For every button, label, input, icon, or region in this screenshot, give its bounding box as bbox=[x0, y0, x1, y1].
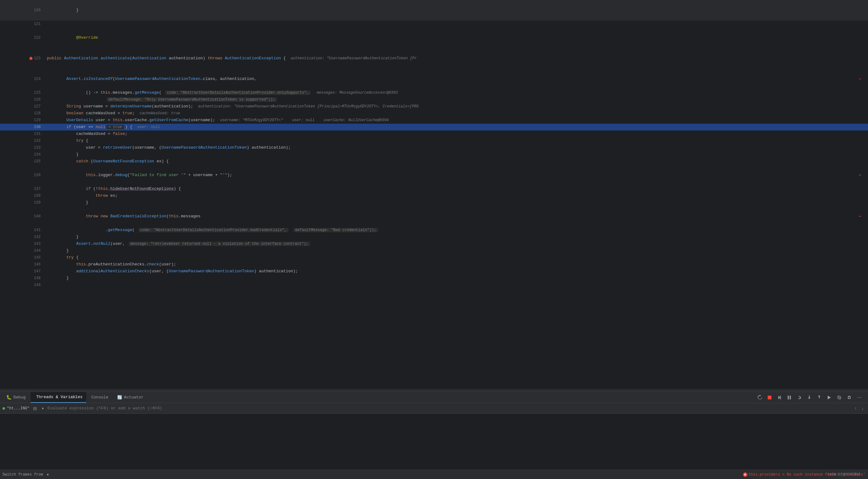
step-out-button[interactable] bbox=[815, 394, 823, 401]
table-row: 145 try { bbox=[0, 254, 868, 261]
line-number: 143 bbox=[0, 241, 44, 247]
code-editor[interactable]: 120 } 121 122 bbox=[0, 0, 868, 389]
table-row: 123 public Authentication authenticate(A… bbox=[0, 48, 868, 69]
tab-threads-variables[interactable]: Threads & Variables bbox=[31, 392, 86, 403]
line-number: 137 bbox=[0, 186, 44, 192]
pause-button[interactable] bbox=[785, 394, 793, 401]
tab-console[interactable]: Console bbox=[88, 392, 112, 403]
resume-button[interactable] bbox=[776, 394, 783, 401]
line-code: if (user == null= true) { user: null bbox=[44, 124, 421, 130]
table-row: 147 additionalAuthenticationChecks(user,… bbox=[0, 268, 868, 275]
line-number: 130 bbox=[0, 124, 44, 130]
dropdown-button[interactable]: ▾ bbox=[41, 405, 45, 412]
line-code: } bbox=[44, 151, 421, 158]
table-row: 144 } bbox=[0, 247, 868, 254]
table-row: 139 } bbox=[0, 199, 868, 206]
line-code: throw ex; bbox=[44, 192, 421, 199]
line-number: 134 bbox=[0, 151, 44, 158]
line-number: 125 bbox=[0, 89, 44, 96]
eval-actions: ↑ ↓ bbox=[853, 405, 866, 411]
line-code: } bbox=[44, 199, 421, 206]
switch-frames-label: Switch frames from bbox=[2, 473, 43, 477]
actuator-icon: 🔄 bbox=[117, 395, 122, 400]
line-number: 131 bbox=[0, 130, 44, 137]
line-code: Assert.notNull(user, message: "retrieveU… bbox=[44, 241, 421, 247]
debug-panel: 🐛 Debug Threads & Variables Console 🔄 Ac… bbox=[0, 391, 868, 479]
tab-debug[interactable]: 🐛 Debug bbox=[2, 392, 29, 403]
table-row: 130 if (user == null= true) { user: null bbox=[0, 124, 868, 130]
code-table: 120 } 121 122 bbox=[0, 0, 868, 289]
table-row: 131 cacheWasUsed = false; bbox=[0, 130, 868, 137]
editor-area: Reader Mode ✓ 120 } 121 bbox=[0, 0, 868, 391]
debug-content bbox=[0, 414, 868, 470]
table-row: 124 Assert.isInstanceOf(UsernamePassword… bbox=[0, 69, 868, 89]
table-row: 127 String username = determineUsername(… bbox=[0, 103, 868, 110]
debug-toolbar: ⋯ bbox=[754, 393, 866, 402]
line-code: } bbox=[44, 247, 421, 254]
breakpoint-indicator bbox=[29, 57, 32, 60]
settings-button[interactable] bbox=[845, 394, 853, 401]
evaluate-expression-input[interactable] bbox=[48, 406, 850, 411]
line-number: 146 bbox=[0, 261, 44, 268]
debug-icon: 🐛 bbox=[6, 395, 11, 400]
filter-button[interactable]: ⊟ bbox=[32, 405, 38, 412]
line-number: 139 bbox=[0, 199, 44, 206]
line-code: try { bbox=[44, 254, 421, 261]
line-number: 145 bbox=[0, 254, 44, 261]
frame-bar: Switch frames from ▾ ⊗ this.providers = … bbox=[0, 470, 868, 479]
line-number: 132 bbox=[0, 137, 44, 144]
line-number: 147 bbox=[0, 268, 44, 275]
line-code: boolean cacheWasUsed = true; cacheWasUse… bbox=[44, 110, 421, 117]
error-icon: ⊗ bbox=[743, 473, 747, 477]
debug-tabs-bar: 🐛 Debug Threads & Variables Console 🔄 Ac… bbox=[0, 392, 868, 403]
line-number: 148 bbox=[0, 275, 44, 282]
svg-rect-2 bbox=[780, 395, 781, 400]
line-code: if (!this.hideUserNotFoundExceptions) { bbox=[44, 186, 421, 192]
line-code: } bbox=[44, 275, 421, 282]
line-code: defaultMessage: "Only UsernamePasswordAu… bbox=[44, 96, 421, 103]
session-label: "ht...ING" bbox=[7, 406, 29, 411]
line-code: this.logger.debug("Failed to find user '… bbox=[44, 165, 421, 186]
table-row: 143 Assert.notNull(user, message: "retri… bbox=[0, 241, 868, 247]
line-number: 133 bbox=[0, 144, 44, 151]
table-row: 136 this.logger.debug("Failed to find us… bbox=[0, 165, 868, 186]
line-code bbox=[44, 21, 421, 28]
line-code: UserDetails user = this.userCache.getUse… bbox=[44, 117, 421, 124]
line-code: () -> this.messages.getMessage( code: "A… bbox=[44, 89, 421, 96]
line-code: throw new BadCredentialsException(this.m… bbox=[44, 206, 421, 227]
table-row: 146 this.preAuthenticationChecks.check(u… bbox=[0, 261, 868, 268]
line-number: 120 bbox=[0, 0, 44, 21]
line-number: 141 bbox=[0, 227, 44, 233]
table-row: 140 throw new BadCredentialsException(th… bbox=[0, 206, 868, 227]
eval-bar: "ht...ING" ⊟ ▾ ↑ ↓ bbox=[0, 403, 868, 414]
run-to-cursor-button[interactable] bbox=[826, 394, 833, 401]
line-code: public Authentication authenticate(Authe… bbox=[44, 48, 421, 69]
table-row: 122 @Override bbox=[0, 28, 868, 48]
table-row: 142 } bbox=[0, 233, 868, 241]
horizontal-scrollbar[interactable] bbox=[0, 389, 868, 391]
table-row: 129 UserDetails user = this.userCache.ge… bbox=[0, 117, 868, 124]
table-row: 120 } bbox=[0, 0, 868, 21]
line-code: } bbox=[44, 0, 421, 21]
table-row: 132 try { bbox=[0, 137, 868, 144]
line-number: 128 bbox=[0, 110, 44, 117]
frames-dropdown-button[interactable]: ▾ bbox=[45, 471, 50, 478]
line-code: try { bbox=[44, 137, 421, 144]
line-number: 149 bbox=[0, 282, 44, 289]
tab-threads-label: Threads & Variables bbox=[36, 395, 83, 400]
tab-actuator[interactable]: 🔄 Actuator bbox=[114, 392, 147, 403]
table-row: 134 } bbox=[0, 151, 868, 158]
step-over-button[interactable] bbox=[796, 394, 803, 401]
mute-breakpoints-button[interactable] bbox=[836, 394, 843, 401]
step-into-button[interactable] bbox=[806, 394, 813, 401]
line-code: Assert.isInstanceOf(UsernamePasswordAuth… bbox=[44, 69, 421, 89]
eval-up-button[interactable]: ↑ bbox=[853, 405, 859, 411]
line-number: 138 bbox=[0, 192, 44, 199]
eval-down-button[interactable]: ↓ bbox=[860, 405, 866, 411]
line-code: additionalAuthenticationChecks(user, (Us… bbox=[44, 268, 421, 275]
more-button[interactable]: ⋯ bbox=[856, 393, 863, 402]
stop-button[interactable] bbox=[766, 394, 773, 401]
restart-button[interactable] bbox=[756, 394, 764, 401]
tab-debug-label: Debug bbox=[13, 395, 26, 400]
table-row: 137 if (!this.hideUserNotFoundExceptions… bbox=[0, 186, 868, 192]
